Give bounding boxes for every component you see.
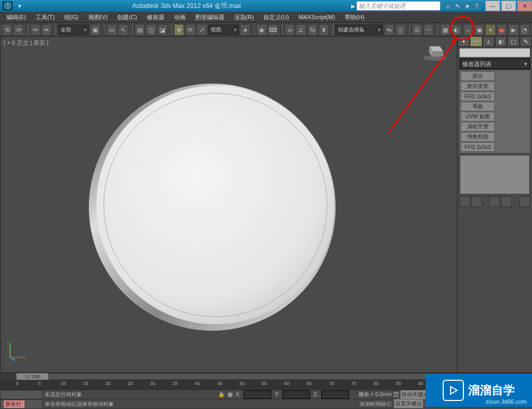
snap-angle-icon[interactable]: ∠ — [296, 24, 306, 36]
ruler-tick: 40 — [195, 381, 200, 386]
menu-help[interactable]: 帮助(H) — [340, 13, 369, 22]
key-icon[interactable]: ⚿ — [394, 391, 399, 397]
mirror-icon[interactable]: ⇋ — [384, 24, 394, 36]
link-icon[interactable]: ⚯ — [30, 24, 40, 36]
svg-text:z: z — [7, 341, 9, 346]
menu-graph[interactable]: 图形编辑器 — [191, 13, 229, 22]
ruler-tick: 80 — [373, 381, 379, 386]
remove-mod-icon[interactable] — [501, 197, 512, 207]
close-button[interactable]: ✕ — [517, 1, 532, 11]
coord-y-input[interactable] — [282, 390, 310, 399]
undo-icon[interactable]: ⟲ — [2, 24, 12, 36]
tab-utilities-icon[interactable]: ✎ — [520, 36, 532, 47]
menu-modifier[interactable]: 修改器 — [143, 13, 169, 22]
mod-ffd2[interactable]: FFD 3x3x3 — [461, 142, 495, 152]
lock-icon[interactable]: 🔒 — [218, 391, 225, 397]
main-toolbar: ⟲ ⟳ ⚯ ⚮ 全部 ▣ ▭ ↖ ▤ ◫ ◪ ✥ ⟳ ⤢ 视图 ● ◉ ⌨ ▱ … — [0, 23, 532, 37]
pivot-icon[interactable]: ● — [240, 24, 250, 36]
mod-uvw[interactable]: UVW 贴图 — [461, 112, 495, 121]
select-icon[interactable]: ▭ — [106, 24, 117, 36]
filter-icon[interactable]: ▣ — [90, 24, 100, 36]
mini-listener[interactable] — [0, 390, 43, 399]
coord-x-input[interactable] — [244, 390, 271, 399]
schematic-icon[interactable]: ▦ — [440, 24, 450, 36]
ruler-tick: 25 — [128, 381, 133, 386]
last-render-icon[interactable]: ◔ — [520, 24, 530, 36]
modifier-list-dropdown[interactable]: 修改器列表 — [460, 59, 530, 69]
curve-editor-icon[interactable]: 〰 — [423, 24, 434, 36]
modifier-stack[interactable] — [460, 155, 530, 194]
tool-icon[interactable]: ✎ — [453, 2, 462, 10]
show-end-icon[interactable] — [471, 197, 482, 207]
viewport-canvas — [1, 37, 457, 372]
mod-extrude[interactable]: 挤出 — [461, 71, 495, 81]
mod-turbosmooth[interactable]: 涡轮平滑 — [461, 122, 495, 132]
tab-motion-icon[interactable]: ◐ — [495, 36, 507, 47]
tab-hierarchy-icon[interactable]: ⍋ — [483, 36, 495, 47]
mod-ffd1[interactable]: FFD 3x3x3 — [461, 92, 495, 101]
snap-2d-icon[interactable]: ▱ — [285, 24, 295, 36]
watermark-url: zixue.3d66.com — [486, 398, 527, 405]
menu-maxscript[interactable]: MAXScript(M) — [294, 13, 339, 21]
manip-icon[interactable]: ◉ — [256, 24, 267, 36]
snap-percent-icon[interactable]: % — [307, 24, 318, 36]
redo-icon[interactable]: ⟳ — [13, 24, 23, 36]
render-icon[interactable]: ☀ — [485, 24, 495, 36]
ruler-tick: 5 — [38, 381, 41, 386]
star-icon[interactable]: ★ — [463, 2, 471, 10]
spinner-snap-icon[interactable]: ⬍ — [319, 24, 329, 36]
binoculars-icon[interactable]: ⌕ — [444, 2, 452, 10]
mod-bend[interactable]: 弯曲 — [461, 102, 495, 111]
menu-render[interactable]: 渲染(R) — [230, 13, 258, 22]
ruler-tick: 50 — [239, 381, 245, 386]
menu-create[interactable]: 创建(C) — [113, 13, 141, 22]
help-search-input[interactable]: 输入关键字或短语 — [356, 1, 440, 11]
menu-edit[interactable]: 编辑(E) — [2, 13, 30, 22]
menu-view[interactable]: 视图(V) — [84, 13, 112, 22]
align-icon[interactable]: ▯ — [395, 24, 405, 36]
menu-anim[interactable]: 动画 — [170, 13, 190, 22]
material-editor-icon[interactable]: ◐ — [451, 24, 461, 36]
configure-sets-icon[interactable] — [519, 197, 530, 207]
tab-create-icon[interactable]: ✦ — [458, 36, 470, 47]
layer-icon[interactable]: ☰ — [412, 24, 422, 36]
select-region-icon[interactable]: ◫ — [146, 24, 156, 36]
minimize-button[interactable]: — — [485, 1, 500, 11]
cursor-icon[interactable]: ↖ — [118, 24, 128, 36]
tab-display-icon[interactable]: ▢ — [507, 36, 519, 47]
move-icon[interactable]: ✥ — [174, 24, 184, 36]
menu-tools[interactable]: 工具(T) — [31, 13, 59, 22]
selection-scope-dropdown[interactable]: 全部 — [58, 24, 89, 35]
window-crossing-icon[interactable]: ◪ — [157, 24, 168, 36]
viewport[interactable]: [ + 0 正交 ] 真实 ] — [0, 36, 458, 373]
coord-z-input[interactable] — [321, 390, 349, 399]
scale-icon[interactable]: ⤢ — [197, 24, 207, 36]
ruler-tick: 20 — [105, 381, 111, 386]
help-icon[interactable]: ? — [472, 2, 481, 10]
make-unique-icon[interactable] — [489, 197, 500, 207]
render-setup-icon[interactable]: ☼ — [463, 24, 473, 36]
teapot-icon[interactable]: 🫖 — [497, 24, 507, 36]
rotate-icon[interactable]: ⟳ — [185, 24, 195, 36]
select-by-name-icon[interactable]: ▤ — [135, 24, 145, 36]
menu-group[interactable]: 组(G) — [60, 13, 83, 22]
viewcube[interactable] — [422, 40, 447, 61]
maximize-button[interactable]: ▢ — [501, 1, 516, 11]
unlink-icon[interactable]: ⚮ — [41, 24, 52, 36]
time-tag-menu[interactable]: 添加时间标记 — [360, 400, 392, 408]
time-slider[interactable]: 0 / 100 — [16, 373, 49, 380]
keyboard-icon[interactable]: ⌨ — [268, 24, 278, 36]
render-frame-icon[interactable]: ▣ — [474, 24, 484, 36]
named-selection-dropdown[interactable]: 创建选择集 — [335, 24, 383, 35]
mod-pathdeform[interactable]: 路径变形 — [461, 81, 495, 91]
refcoord-dropdown[interactable]: 视图 — [208, 24, 239, 35]
render-prod-icon[interactable]: ▶ — [508, 24, 518, 36]
setkey-button[interactable]: 设置关键点 — [394, 399, 423, 408]
menu-custom[interactable]: 自定义(U) — [259, 13, 293, 22]
mod-chamfer[interactable]: 倒角剖面 — [461, 132, 495, 142]
ruler-tick: 45 — [217, 381, 222, 386]
coord-toggle-icon[interactable]: ▦ — [228, 391, 232, 397]
pin-stack-icon[interactable] — [460, 197, 470, 207]
tab-modify-icon[interactable]: 〰 — [470, 36, 482, 47]
object-name-field[interactable] — [460, 48, 530, 57]
